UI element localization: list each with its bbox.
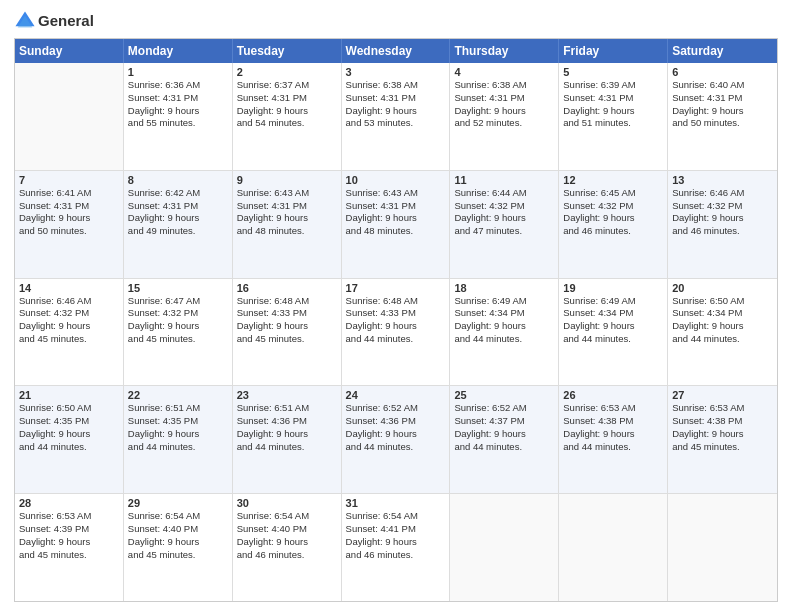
cell-line: Sunrise: 6:50 AM	[19, 402, 119, 415]
day-cell-1: 1Sunrise: 6:36 AMSunset: 4:31 PMDaylight…	[124, 63, 233, 170]
cell-line: and 48 minutes.	[237, 225, 337, 238]
cell-line: Sunset: 4:32 PM	[454, 200, 554, 213]
cell-line: Daylight: 9 hours	[128, 428, 228, 441]
day-cell-13: 13Sunrise: 6:46 AMSunset: 4:32 PMDayligh…	[668, 171, 777, 278]
day-cell-24: 24Sunrise: 6:52 AMSunset: 4:36 PMDayligh…	[342, 386, 451, 493]
cell-line: Sunrise: 6:38 AM	[454, 79, 554, 92]
cell-line: Daylight: 9 hours	[454, 428, 554, 441]
cell-line: Sunrise: 6:52 AM	[454, 402, 554, 415]
cell-line: and 44 minutes.	[237, 441, 337, 454]
cell-line: Sunset: 4:34 PM	[454, 307, 554, 320]
day-cell-21: 21Sunrise: 6:50 AMSunset: 4:35 PMDayligh…	[15, 386, 124, 493]
cell-line: Sunset: 4:31 PM	[19, 200, 119, 213]
day-number: 2	[237, 66, 337, 78]
cell-line: and 48 minutes.	[346, 225, 446, 238]
cell-line: Daylight: 9 hours	[237, 105, 337, 118]
day-cell-29: 29Sunrise: 6:54 AMSunset: 4:40 PMDayligh…	[124, 494, 233, 601]
cell-line: Daylight: 9 hours	[454, 212, 554, 225]
cell-line: and 44 minutes.	[563, 441, 663, 454]
day-cell-11: 11Sunrise: 6:44 AMSunset: 4:32 PMDayligh…	[450, 171, 559, 278]
cell-line: Daylight: 9 hours	[454, 320, 554, 333]
cell-line: Sunset: 4:31 PM	[128, 200, 228, 213]
empty-cell	[668, 494, 777, 601]
empty-cell	[559, 494, 668, 601]
day-number: 18	[454, 282, 554, 294]
cell-line: Sunset: 4:37 PM	[454, 415, 554, 428]
cell-line: Daylight: 9 hours	[672, 428, 773, 441]
day-number: 24	[346, 389, 446, 401]
cell-line: Sunset: 4:40 PM	[237, 523, 337, 536]
day-cell-30: 30Sunrise: 6:54 AMSunset: 4:40 PMDayligh…	[233, 494, 342, 601]
day-number: 22	[128, 389, 228, 401]
day-number: 25	[454, 389, 554, 401]
cell-line: Sunrise: 6:53 AM	[672, 402, 773, 415]
cell-line: Sunrise: 6:42 AM	[128, 187, 228, 200]
cell-line: Sunset: 4:31 PM	[563, 92, 663, 105]
day-cell-23: 23Sunrise: 6:51 AMSunset: 4:36 PMDayligh…	[233, 386, 342, 493]
day-number: 3	[346, 66, 446, 78]
day-cell-26: 26Sunrise: 6:53 AMSunset: 4:38 PMDayligh…	[559, 386, 668, 493]
cell-line: Sunrise: 6:46 AM	[672, 187, 773, 200]
calendar-body: 1Sunrise: 6:36 AMSunset: 4:31 PMDaylight…	[15, 63, 777, 601]
cell-line: and 46 minutes.	[672, 225, 773, 238]
cell-line: Sunrise: 6:50 AM	[672, 295, 773, 308]
cell-line: Sunrise: 6:54 AM	[346, 510, 446, 523]
cell-line: Daylight: 9 hours	[19, 428, 119, 441]
calendar-header: SundayMondayTuesdayWednesdayThursdayFrid…	[15, 39, 777, 63]
cell-line: Daylight: 9 hours	[672, 105, 773, 118]
cell-line: Sunrise: 6:49 AM	[454, 295, 554, 308]
cell-line: Sunset: 4:31 PM	[672, 92, 773, 105]
cell-line: and 50 minutes.	[672, 117, 773, 130]
cell-line: Sunrise: 6:41 AM	[19, 187, 119, 200]
day-number: 14	[19, 282, 119, 294]
day-cell-12: 12Sunrise: 6:45 AMSunset: 4:32 PMDayligh…	[559, 171, 668, 278]
cell-line: Sunrise: 6:39 AM	[563, 79, 663, 92]
cell-line: Sunset: 4:34 PM	[672, 307, 773, 320]
cell-line: Daylight: 9 hours	[237, 212, 337, 225]
cell-line: Sunset: 4:36 PM	[237, 415, 337, 428]
cell-line: Daylight: 9 hours	[19, 212, 119, 225]
day-cell-6: 6Sunrise: 6:40 AMSunset: 4:31 PMDaylight…	[668, 63, 777, 170]
day-cell-7: 7Sunrise: 6:41 AMSunset: 4:31 PMDaylight…	[15, 171, 124, 278]
calendar-row-3: 14Sunrise: 6:46 AMSunset: 4:32 PMDayligh…	[15, 279, 777, 387]
day-number: 15	[128, 282, 228, 294]
cell-line: and 51 minutes.	[563, 117, 663, 130]
cell-line: and 44 minutes.	[454, 333, 554, 346]
cell-line: Sunrise: 6:43 AM	[346, 187, 446, 200]
cell-line: Daylight: 9 hours	[563, 320, 663, 333]
day-cell-15: 15Sunrise: 6:47 AMSunset: 4:32 PMDayligh…	[124, 279, 233, 386]
cell-line: Daylight: 9 hours	[237, 428, 337, 441]
cell-line: and 52 minutes.	[454, 117, 554, 130]
day-number: 28	[19, 497, 119, 509]
cell-line: Sunset: 4:31 PM	[237, 200, 337, 213]
day-number: 23	[237, 389, 337, 401]
empty-cell	[450, 494, 559, 601]
day-cell-17: 17Sunrise: 6:48 AMSunset: 4:33 PMDayligh…	[342, 279, 451, 386]
cell-line: Sunrise: 6:53 AM	[563, 402, 663, 415]
day-number: 4	[454, 66, 554, 78]
cell-line: Sunset: 4:40 PM	[128, 523, 228, 536]
empty-cell	[15, 63, 124, 170]
cell-line: Daylight: 9 hours	[672, 212, 773, 225]
cell-line: and 44 minutes.	[672, 333, 773, 346]
cell-line: Daylight: 9 hours	[128, 536, 228, 549]
cell-line: Daylight: 9 hours	[237, 536, 337, 549]
logo-text-general: General	[38, 13, 94, 30]
day-number: 10	[346, 174, 446, 186]
day-cell-25: 25Sunrise: 6:52 AMSunset: 4:37 PMDayligh…	[450, 386, 559, 493]
cell-line: Sunrise: 6:54 AM	[237, 510, 337, 523]
day-cell-14: 14Sunrise: 6:46 AMSunset: 4:32 PMDayligh…	[15, 279, 124, 386]
header-day-wednesday: Wednesday	[342, 39, 451, 63]
cell-line: Sunrise: 6:46 AM	[19, 295, 119, 308]
cell-line: Sunset: 4:31 PM	[237, 92, 337, 105]
cell-line: Sunset: 4:32 PM	[128, 307, 228, 320]
day-number: 30	[237, 497, 337, 509]
cell-line: Sunset: 4:38 PM	[672, 415, 773, 428]
cell-line: Daylight: 9 hours	[346, 536, 446, 549]
page: General SundayMondayTuesdayWednesdayThur…	[0, 0, 792, 612]
cell-line: Sunset: 4:36 PM	[346, 415, 446, 428]
cell-line: Daylight: 9 hours	[346, 105, 446, 118]
header-day-tuesday: Tuesday	[233, 39, 342, 63]
cell-line: Sunrise: 6:52 AM	[346, 402, 446, 415]
day-cell-19: 19Sunrise: 6:49 AMSunset: 4:34 PMDayligh…	[559, 279, 668, 386]
